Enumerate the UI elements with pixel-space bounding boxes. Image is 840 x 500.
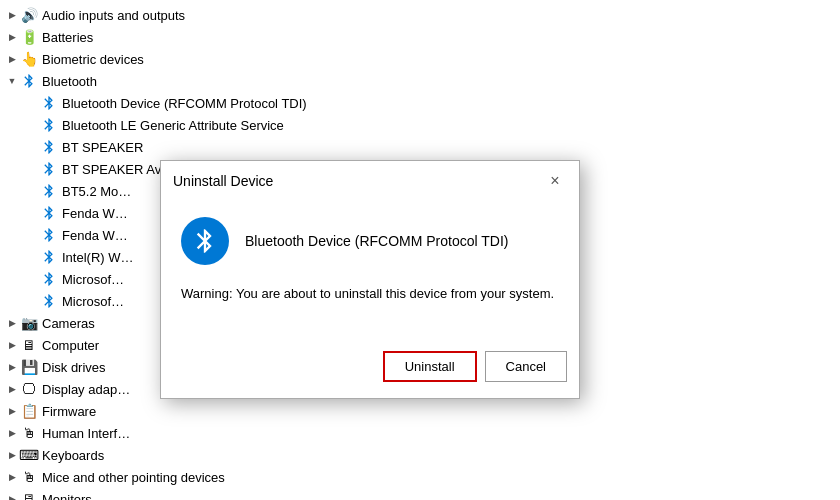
dialog-warning-text: Warning: You are about to uninstall this… [181, 285, 559, 303]
dialog-close-button[interactable]: × [543, 169, 567, 193]
device-manager: 🔊Audio inputs and outputs🔋Batteries👆Biom… [0, 0, 840, 500]
dialog-bluetooth-icon [181, 217, 229, 265]
dialog-overlay: Uninstall Device × Bluetooth Device (RFC… [0, 0, 840, 500]
dialog-device-row: Bluetooth Device (RFCOMM Protocol TDI) [181, 217, 559, 265]
uninstall-dialog: Uninstall Device × Bluetooth Device (RFC… [160, 160, 580, 399]
dialog-title: Uninstall Device [173, 173, 273, 189]
dialog-titlebar: Uninstall Device × [161, 161, 579, 201]
cancel-button[interactable]: Cancel [485, 351, 567, 382]
uninstall-button[interactable]: Uninstall [383, 351, 477, 382]
dialog-device-name: Bluetooth Device (RFCOMM Protocol TDI) [245, 233, 508, 249]
dialog-body: Bluetooth Device (RFCOMM Protocol TDI) W… [161, 201, 579, 343]
dialog-buttons: Uninstall Cancel [161, 343, 579, 398]
bluetooth-svg-icon [191, 227, 219, 255]
